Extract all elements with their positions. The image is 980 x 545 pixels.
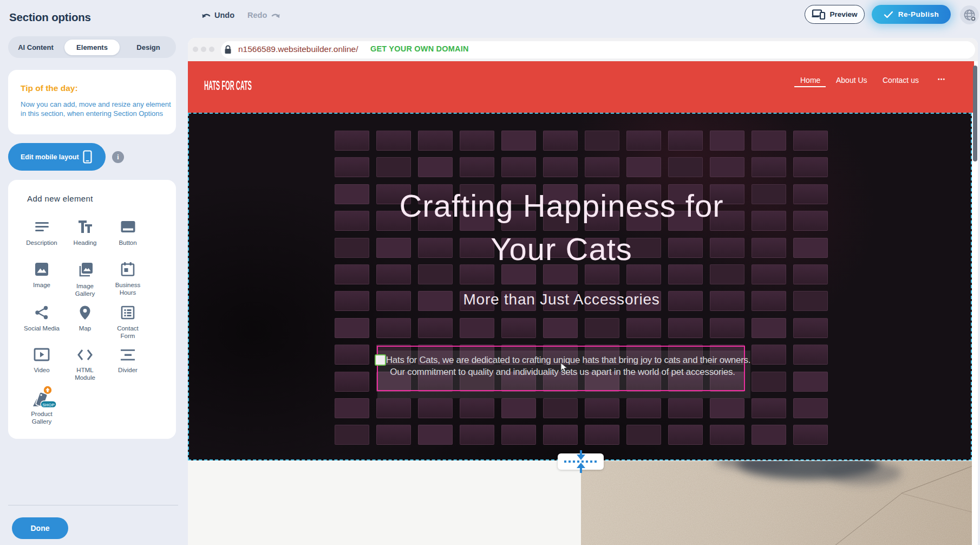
svg-text:SHOP: SHOP	[42, 403, 55, 407]
